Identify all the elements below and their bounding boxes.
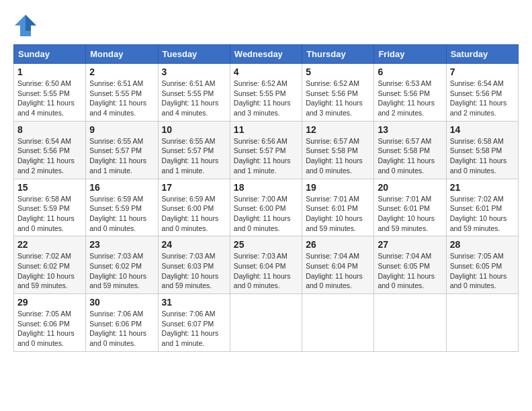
day-info: Sunrise: 7:01 AM Sunset: 6:01 PM Dayligh… — [378, 194, 442, 234]
day-number: 19 — [306, 182, 370, 193]
day-number: 26 — [306, 239, 370, 250]
calendar-cell: 26Sunrise: 7:04 AM Sunset: 6:04 PM Dayli… — [302, 236, 374, 294]
calendar-cell: 12Sunrise: 6:57 AM Sunset: 5:58 PM Dayli… — [302, 121, 374, 179]
day-header-friday: Friday — [374, 45, 446, 64]
day-info: Sunrise: 6:55 AM Sunset: 5:57 PM Dayligh… — [89, 136, 154, 176]
calendar-table: SundayMondayTuesdayWednesdayThursdayFrid… — [13, 44, 519, 352]
day-number: 24 — [162, 239, 226, 250]
day-number: 5 — [306, 66, 370, 77]
calendar-cell: 16Sunrise: 6:59 AM Sunset: 5:59 PM Dayli… — [86, 179, 158, 236]
day-info: Sunrise: 6:57 AM Sunset: 5:58 PM Dayligh… — [306, 136, 370, 176]
day-number: 7 — [450, 66, 515, 77]
day-number: 16 — [89, 182, 154, 193]
day-info: Sunrise: 7:04 AM Sunset: 6:05 PM Dayligh… — [378, 251, 442, 291]
day-info: Sunrise: 7:05 AM Sunset: 6:05 PM Dayligh… — [450, 251, 515, 291]
calendar-cell: 11Sunrise: 6:56 AM Sunset: 5:57 PM Dayli… — [230, 121, 302, 179]
day-info: Sunrise: 6:55 AM Sunset: 5:57 PM Dayligh… — [162, 136, 226, 176]
day-header-tuesday: Tuesday — [158, 45, 230, 64]
calendar-cell — [446, 294, 518, 352]
day-number: 1 — [17, 66, 82, 77]
day-number: 17 — [162, 182, 226, 193]
day-header-saturday: Saturday — [446, 45, 518, 64]
calendar-cell: 23Sunrise: 7:03 AM Sunset: 6:02 PM Dayli… — [86, 236, 158, 294]
day-info: Sunrise: 6:51 AM Sunset: 5:55 PM Dayligh… — [89, 79, 154, 118]
calendar-cell: 6Sunrise: 6:53 AM Sunset: 5:56 PM Daylig… — [374, 64, 446, 122]
calendar-week-row: 15Sunrise: 6:58 AM Sunset: 5:59 PM Dayli… — [14, 179, 519, 236]
day-number: 2 — [89, 66, 154, 77]
page-header — [13, 13, 519, 38]
day-number: 22 — [17, 239, 82, 250]
day-info: Sunrise: 7:00 AM Sunset: 6:00 PM Dayligh… — [234, 194, 298, 234]
day-info: Sunrise: 6:50 AM Sunset: 5:55 PM Dayligh… — [17, 79, 82, 118]
day-info: Sunrise: 7:03 AM Sunset: 6:03 PM Dayligh… — [162, 251, 226, 291]
calendar-cell: 1Sunrise: 6:50 AM Sunset: 5:55 PM Daylig… — [14, 64, 86, 122]
calendar-cell: 13Sunrise: 6:57 AM Sunset: 5:58 PM Dayli… — [374, 121, 446, 179]
calendar-cell: 7Sunrise: 6:54 AM Sunset: 5:56 PM Daylig… — [446, 64, 518, 122]
svg-marker-1 — [26, 15, 36, 31]
day-info: Sunrise: 7:02 AM Sunset: 6:01 PM Dayligh… — [450, 194, 515, 234]
day-info: Sunrise: 6:52 AM Sunset: 5:56 PM Dayligh… — [306, 79, 370, 118]
calendar-cell: 21Sunrise: 7:02 AM Sunset: 6:01 PM Dayli… — [446, 179, 518, 236]
day-header-wednesday: Wednesday — [230, 45, 302, 64]
day-info: Sunrise: 6:51 AM Sunset: 5:55 PM Dayligh… — [162, 79, 226, 118]
calendar-week-row: 8Sunrise: 6:54 AM Sunset: 5:56 PM Daylig… — [14, 121, 519, 179]
day-number: 14 — [450, 124, 515, 135]
calendar-cell: 31Sunrise: 7:06 AM Sunset: 6:07 PM Dayli… — [158, 294, 230, 352]
day-number: 11 — [234, 124, 298, 135]
day-info: Sunrise: 6:59 AM Sunset: 6:00 PM Dayligh… — [162, 194, 226, 234]
calendar-cell: 4Sunrise: 6:52 AM Sunset: 5:55 PM Daylig… — [230, 64, 302, 122]
logo — [13, 13, 42, 38]
day-number: 10 — [162, 124, 226, 135]
day-info: Sunrise: 7:04 AM Sunset: 6:04 PM Dayligh… — [306, 251, 370, 291]
day-number: 30 — [89, 297, 154, 308]
day-number: 9 — [89, 124, 154, 135]
calendar-header-row: SundayMondayTuesdayWednesdayThursdayFrid… — [14, 45, 519, 64]
day-info: Sunrise: 6:59 AM Sunset: 5:59 PM Dayligh… — [89, 194, 154, 234]
day-number: 31 — [162, 297, 226, 308]
calendar-cell: 2Sunrise: 6:51 AM Sunset: 5:55 PM Daylig… — [86, 64, 158, 122]
day-info: Sunrise: 7:01 AM Sunset: 6:01 PM Dayligh… — [306, 194, 370, 234]
day-number: 3 — [162, 66, 226, 77]
day-info: Sunrise: 7:03 AM Sunset: 6:04 PM Dayligh… — [234, 251, 298, 291]
day-number: 21 — [450, 182, 515, 193]
day-info: Sunrise: 6:57 AM Sunset: 5:58 PM Dayligh… — [378, 136, 442, 176]
day-number: 28 — [450, 239, 515, 250]
calendar-cell: 9Sunrise: 6:55 AM Sunset: 5:57 PM Daylig… — [86, 121, 158, 179]
calendar-cell: 28Sunrise: 7:05 AM Sunset: 6:05 PM Dayli… — [446, 236, 518, 294]
calendar-cell: 18Sunrise: 7:00 AM Sunset: 6:00 PM Dayli… — [230, 179, 302, 236]
day-number: 25 — [234, 239, 298, 250]
calendar-cell: 30Sunrise: 7:06 AM Sunset: 6:06 PM Dayli… — [86, 294, 158, 352]
calendar-cell: 25Sunrise: 7:03 AM Sunset: 6:04 PM Dayli… — [230, 236, 302, 294]
day-header-monday: Monday — [86, 45, 158, 64]
calendar-cell — [374, 294, 446, 352]
day-info: Sunrise: 6:58 AM Sunset: 5:58 PM Dayligh… — [450, 136, 515, 176]
day-info: Sunrise: 7:05 AM Sunset: 6:06 PM Dayligh… — [17, 309, 82, 349]
calendar-cell: 22Sunrise: 7:02 AM Sunset: 6:02 PM Dayli… — [14, 236, 86, 294]
day-header-thursday: Thursday — [302, 45, 374, 64]
day-number: 29 — [17, 297, 82, 308]
day-info: Sunrise: 6:54 AM Sunset: 5:56 PM Dayligh… — [450, 79, 515, 118]
day-number: 13 — [378, 124, 442, 135]
calendar-week-row: 22Sunrise: 7:02 AM Sunset: 6:02 PM Dayli… — [14, 236, 519, 294]
calendar-cell: 3Sunrise: 6:51 AM Sunset: 5:55 PM Daylig… — [158, 64, 230, 122]
day-info: Sunrise: 7:03 AM Sunset: 6:02 PM Dayligh… — [89, 251, 154, 291]
day-number: 12 — [306, 124, 370, 135]
day-number: 8 — [17, 124, 82, 135]
calendar-cell — [230, 294, 302, 352]
calendar-cell: 10Sunrise: 6:55 AM Sunset: 5:57 PM Dayli… — [158, 121, 230, 179]
day-number: 6 — [378, 66, 442, 77]
day-info: Sunrise: 6:53 AM Sunset: 5:56 PM Dayligh… — [378, 79, 442, 118]
calendar-cell — [302, 294, 374, 352]
day-info: Sunrise: 7:02 AM Sunset: 6:02 PM Dayligh… — [17, 251, 82, 291]
calendar-cell: 5Sunrise: 6:52 AM Sunset: 5:56 PM Daylig… — [302, 64, 374, 122]
calendar-cell: 19Sunrise: 7:01 AM Sunset: 6:01 PM Dayli… — [302, 179, 374, 236]
calendar-cell: 14Sunrise: 6:58 AM Sunset: 5:58 PM Dayli… — [446, 121, 518, 179]
calendar-week-row: 29Sunrise: 7:05 AM Sunset: 6:06 PM Dayli… — [14, 294, 519, 352]
calendar-cell: 8Sunrise: 6:54 AM Sunset: 5:56 PM Daylig… — [14, 121, 86, 179]
day-info: Sunrise: 7:06 AM Sunset: 6:06 PM Dayligh… — [89, 309, 154, 349]
logo-icon — [13, 13, 38, 38]
day-number: 15 — [17, 182, 82, 193]
day-info: Sunrise: 6:52 AM Sunset: 5:55 PM Dayligh… — [234, 79, 298, 118]
day-number: 20 — [378, 182, 442, 193]
day-number: 27 — [378, 239, 442, 250]
